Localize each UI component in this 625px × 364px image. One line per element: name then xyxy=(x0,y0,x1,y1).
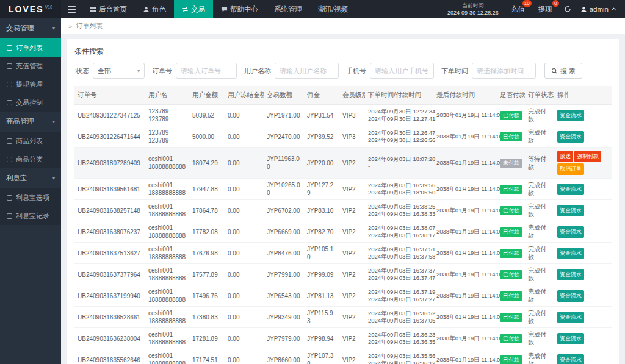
status-label: 状态 xyxy=(76,66,89,76)
sidebar-group-interest[interactable]: 利息宝▾ xyxy=(0,168,61,188)
withdraw-link[interactable]: 提现 0 xyxy=(532,5,558,14)
nav-label: 交易 xyxy=(191,5,205,14)
current-time-label: 当前时间 xyxy=(447,2,499,9)
order-time-cell: 2024年09月30日 12:26:472024年09月30日 12:26:56 xyxy=(365,126,433,148)
pay-status-badge: 已付款 xyxy=(500,132,522,141)
sidebar-item-interest-records[interactable]: 利息宝记录 xyxy=(0,207,61,225)
action-button[interactable]: 资金流水 xyxy=(557,131,584,143)
table-header-row: 订单号用户名用户金额用户冻结金额交易数额佣金会员级别下单时间/付款时间最后付款时… xyxy=(74,86,612,105)
actions-cell: 资金流水 xyxy=(554,221,612,243)
commission-cell: JYP83.10 xyxy=(304,200,339,221)
user-cell: 123789123789 xyxy=(145,126,189,148)
user-amount-cell: 17947.88 xyxy=(189,179,225,200)
pay-status-cell: 未付款 xyxy=(497,148,525,179)
admin-username: admin xyxy=(590,5,609,13)
trade-amount-cell: JYP10265.00 xyxy=(264,179,304,200)
phone-input[interactable] xyxy=(370,63,434,79)
action-button[interactable]: 取消订单 xyxy=(557,163,584,175)
user-cell: ceshi00118888888888 xyxy=(145,243,189,264)
recharge-link[interactable]: 充值 10 xyxy=(505,5,531,14)
sidebar-group-trade-manage[interactable]: 交易管理▾ xyxy=(0,18,61,38)
frozen-amount-cell: 0.00 xyxy=(225,200,264,221)
action-button[interactable]: 资金流水 xyxy=(557,226,584,238)
status-select[interactable]: 全部 ▾ xyxy=(93,63,145,79)
sidebar-item-interest-options[interactable]: 利息宝选项 xyxy=(0,188,61,207)
vip-level-cell: VIP2 xyxy=(339,264,365,285)
recharge-manage-icon xyxy=(7,63,12,69)
order-time-label: 下单时间 xyxy=(441,66,468,76)
sidebar-item-withdraw-manage[interactable]: 提现管理 xyxy=(0,75,61,93)
order-time-cell: 2024年09月03日 16:36:232024年09月03日 16:36:35 xyxy=(365,328,433,349)
trade-amount-cell: JYP1971.00 xyxy=(264,105,304,126)
sidebar-group-label: 商品管理 xyxy=(6,117,34,126)
nav-trade[interactable]: 交易 xyxy=(174,0,213,18)
action-button[interactable]: 资金流水 xyxy=(557,333,584,344)
order-row: UB2409031638076237 ceshi00118888888888 1… xyxy=(74,221,612,243)
pay-status-badge: 已付款 xyxy=(500,206,522,215)
nav-roles[interactable]: 角色 xyxy=(135,0,174,18)
chat-icon xyxy=(221,6,228,13)
order-status-cell: 完成付款 xyxy=(525,307,554,328)
action-button[interactable]: 资金流水 xyxy=(557,248,584,259)
nav-video[interactable]: 潮汛/视频 xyxy=(310,0,356,18)
order-status-cell: 完成付款 xyxy=(525,243,554,264)
refresh-icon[interactable] xyxy=(560,5,576,13)
action-button[interactable]: 资金流水 xyxy=(557,184,584,195)
main-content: » 订单列表 条件搜索 状态 全部 ▾ 订单号 用户名称 手机号 下单时间 搜 … xyxy=(61,18,625,364)
recharge-badge: 10 xyxy=(522,0,532,7)
status-select-value: 全部 xyxy=(98,66,111,76)
menu-toggle-icon[interactable] xyxy=(61,0,82,18)
admin-menu[interactable]: admin xyxy=(577,5,620,13)
sidebar-item-recharge-manage[interactable]: 充值管理 xyxy=(0,57,61,75)
action-button[interactable]: 资金流水 xyxy=(557,290,584,302)
last-pay-time-cell: 2038年01月19日 11:14:07 xyxy=(433,264,497,285)
order-time-cell: 2024年09月30日 12:27:342024年09月30日 12:27:41 xyxy=(365,105,433,126)
actions-cell: 资金流水 xyxy=(554,200,612,221)
frozen-amount-cell: 0.00 xyxy=(225,243,264,264)
nav-home[interactable]: 后台首页 xyxy=(82,0,135,18)
topbar: LOVESV10 后台首页角色交易帮助中心系统管理潮汛/视频 当前时间 2024… xyxy=(0,0,625,18)
order-no-cell: UB2409031638257148 xyxy=(74,200,145,221)
order-row: UB2409031639561681 ceshi00118888888888 1… xyxy=(74,179,612,200)
sidebar-item-goods-list[interactable]: 商品列表 xyxy=(0,132,61,150)
sidebar-group-goods-manage[interactable]: 商品管理▾ xyxy=(0,112,61,132)
search-section-title: 条件搜索 xyxy=(74,46,612,57)
pay-status-badge: 已付款 xyxy=(500,291,522,301)
current-time: 当前时间 2024-09-30 12:28:26 xyxy=(443,2,504,16)
action-button[interactable]: 派送 xyxy=(557,151,573,162)
trade-amount-cell: JYP8660.00 xyxy=(264,349,304,364)
order-time-cell: 2024年09月03日 16:35:562024年09月03日 16:36:12 xyxy=(365,349,433,364)
action-button[interactable]: 资金流水 xyxy=(557,269,584,280)
vip-level-cell: VIP2 xyxy=(339,349,365,364)
pay-status-badge: 已付款 xyxy=(500,227,522,237)
nav-system[interactable]: 系统管理 xyxy=(266,0,310,18)
exchange-icon xyxy=(182,6,189,13)
action-button[interactable]: 强制付款 xyxy=(574,151,601,162)
order-row: UB2409301227347125 123789123789 5039.52 … xyxy=(74,105,612,126)
commission-cell: JYP127.29 xyxy=(304,179,339,200)
action-button[interactable]: 资金流水 xyxy=(557,312,584,323)
frozen-amount-cell: 0.00 xyxy=(225,328,264,349)
nav-help-center[interactable]: 帮助中心 xyxy=(213,0,266,18)
order-status-cell: 完成付款 xyxy=(525,200,554,221)
sidebar-item-trade-control[interactable]: 交易控制 xyxy=(0,93,61,112)
trade-amount-cell: JYP8476.00 xyxy=(264,243,304,264)
user-avatar-icon xyxy=(580,6,587,13)
sidebar-item-order-list[interactable]: 订单列表 xyxy=(0,38,61,57)
column-header: 会员级别 xyxy=(339,86,365,105)
sidebar-item-goods-category[interactable]: 商品分类 xyxy=(0,150,61,168)
search-button[interactable]: 搜 索 xyxy=(544,63,582,79)
sidebar-item-label: 商品列表 xyxy=(16,137,43,146)
actions-cell: 资金流水 xyxy=(554,126,612,148)
order-time-input[interactable] xyxy=(472,63,536,79)
action-button[interactable]: 资金流水 xyxy=(557,205,584,216)
last-pay-time-cell: 2038年01月19日 11:14:07 xyxy=(433,179,497,200)
action-button[interactable]: 资金流水 xyxy=(557,354,584,364)
orders-card: 条件搜索 状态 全部 ▾ 订单号 用户名称 手机号 下单时间 搜 索 xyxy=(67,39,619,364)
column-header: 下单时间/付款时间 xyxy=(365,86,433,105)
pay-status-badge: 已付款 xyxy=(500,111,522,120)
order-no-input[interactable] xyxy=(176,63,237,79)
user-name-input[interactable] xyxy=(275,63,339,79)
user-cell: ceshi00118888888888 xyxy=(145,179,189,200)
action-button[interactable]: 资金流水 xyxy=(557,110,584,121)
